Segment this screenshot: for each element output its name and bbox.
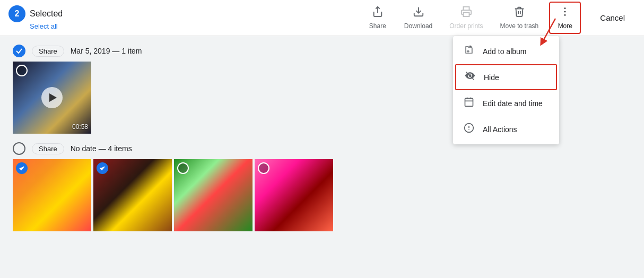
share-pill-1[interactable]: Share	[32, 46, 64, 57]
order-prints-button: Order prints	[443, 3, 489, 33]
play-button[interactable]	[41, 87, 63, 108]
more-label: More	[558, 22, 572, 30]
photo-item-bigmom[interactable]	[255, 159, 333, 231]
video-item-1[interactable]: 00:58	[13, 62, 91, 134]
download-label: Download	[404, 22, 432, 30]
photo-check-bigmom[interactable]	[258, 162, 269, 174]
order-prints-icon	[460, 6, 472, 20]
move-to-trash-label: Move to trash	[500, 22, 539, 30]
menu-item-hide[interactable]: Hide	[455, 64, 557, 90]
date-text-2: No date — 4 items	[71, 144, 132, 153]
share-pill-2[interactable]: Share	[32, 143, 64, 154]
trash-icon	[514, 6, 525, 20]
menu-item-add-to-album[interactable]: Add to album	[453, 38, 559, 64]
topbar: 2 Selected Select all Share	[0, 0, 644, 36]
photo-check-boa[interactable]	[97, 162, 108, 174]
cancel-button[interactable]: Cancel	[589, 9, 636, 27]
photo-check-luffy2[interactable]	[177, 162, 189, 174]
menu-item-all-actions[interactable]: All Actions	[453, 116, 559, 142]
date-text-1: Mar 5, 2019 — 1 item	[71, 47, 142, 55]
video-check[interactable]	[16, 65, 28, 76]
edit-date-label: Edit date and time	[483, 99, 543, 108]
photo-item-boa[interactable]	[93, 159, 172, 231]
svg-point-5	[564, 14, 566, 16]
hide-icon	[465, 71, 475, 84]
move-to-trash-button[interactable]: Move to trash	[494, 3, 545, 33]
all-actions-label: All Actions	[483, 125, 517, 134]
group-check-2[interactable]	[13, 142, 25, 155]
toolbar-actions: Share Download Order print	[362, 2, 581, 34]
share-icon	[372, 6, 384, 20]
svg-point-3	[564, 7, 566, 9]
menu-item-edit-date[interactable]: Edit date and time	[453, 90, 559, 116]
select-all-link[interactable]: Select all	[30, 22, 63, 30]
order-prints-label: Order prints	[449, 22, 483, 30]
photo-item-luffy2[interactable]	[174, 159, 253, 231]
add-to-album-label: Add to album	[483, 47, 527, 56]
more-button[interactable]: More	[549, 2, 581, 34]
svg-rect-2	[463, 13, 469, 16]
selected-label: Selected	[30, 9, 63, 19]
download-icon	[413, 6, 424, 20]
download-button[interactable]: Download	[398, 3, 439, 33]
add-to-album-icon	[464, 45, 474, 58]
count-badge: 2	[8, 5, 25, 22]
share-label: Share	[369, 22, 386, 30]
dropdown-menu: Add to album Hide Edit date and time	[453, 36, 559, 144]
svg-point-15	[468, 129, 469, 131]
video-duration: 00:58	[72, 123, 88, 131]
selected-count: 2 Selected	[8, 5, 63, 22]
share-button[interactable]: Share	[362, 3, 394, 33]
svg-rect-9	[465, 98, 473, 106]
photo-item-luffy[interactable]	[13, 159, 91, 231]
photo-check-luffy[interactable]	[16, 162, 28, 174]
edit-date-icon	[464, 97, 474, 110]
more-icon	[559, 6, 571, 20]
all-actions-icon	[464, 123, 474, 136]
photo-grid-2	[13, 159, 631, 231]
selected-info: 2 Selected Select all	[8, 5, 63, 30]
hide-label: Hide	[484, 73, 499, 82]
svg-point-4	[564, 11, 566, 13]
group-check-1[interactable]	[13, 45, 25, 57]
date-group-2: Share No date — 4 items	[13, 142, 631, 231]
